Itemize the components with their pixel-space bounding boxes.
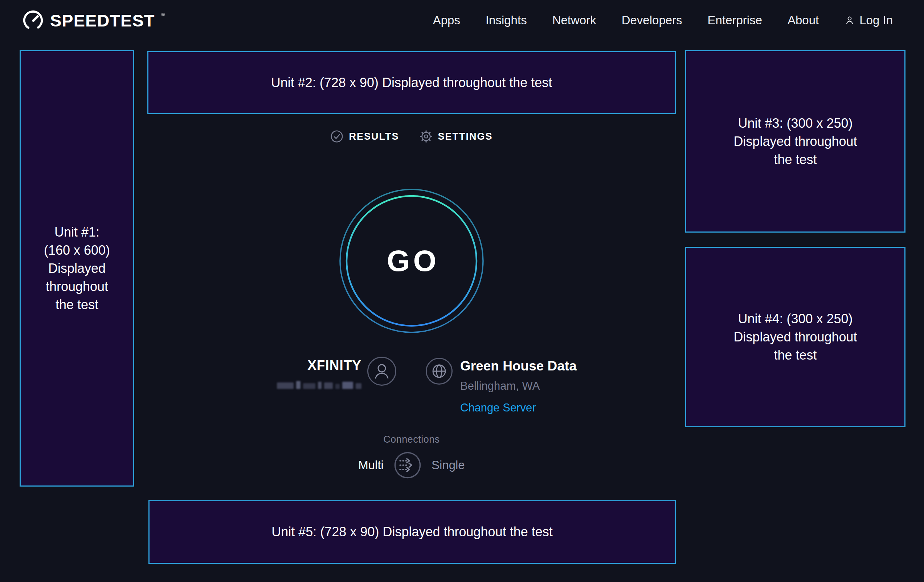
ad-unit-2-text: Unit #2: (728 x 90) Displayed throughout… [271,74,552,92]
redacted-ip-text [225,379,361,389]
ad-unit-3-text: Unit #3: (300 x 250) Displayed throughou… [724,114,867,169]
login-button[interactable]: Log In [844,13,893,27]
check-circle-icon [330,130,343,143]
ad-unit-3-rectangle: Unit #3: (300 x 250) Displayed throughou… [685,50,906,232]
ad-unit-5-text: Unit #5: (728 x 90) Displayed throughout… [271,523,553,541]
logo-wordmark: SPEEDTEST [50,10,155,30]
tab-results[interactable]: RESULTS [330,130,399,143]
top-nav-bar: SPEEDTEST ® Apps Insights Network Develo… [0,0,924,41]
main-nav: Apps Insights Network Developers Enterpr… [433,13,893,27]
gauge-icon [22,9,44,31]
tab-settings[interactable]: SETTINGS [419,130,493,143]
person-circle-icon [367,356,397,387]
nav-item-enterprise[interactable]: Enterprise [708,13,762,27]
nav-item-insights[interactable]: Insights [485,13,527,27]
ad-unit-2-leaderboard: Unit #2: (728 x 90) Displayed throughout… [147,51,676,114]
ad-unit-5-leaderboard: Unit #5: (728 x 90) Displayed throughout… [148,500,676,564]
nav-item-apps[interactable]: Apps [433,13,460,27]
ad-unit-4-rectangle: Unit #4: (300 x 250) Displayed throughou… [685,247,906,427]
isp-name: XFINITY [225,358,361,373]
person-icon [844,15,855,26]
connections-option-multi[interactable]: Multi [358,458,384,472]
connections-toggle-row: Multi Single [147,452,676,479]
gear-icon [419,130,432,143]
globe-icon [425,358,453,386]
nav-item-network[interactable]: Network [553,13,596,27]
server-location: Bellingham, WA [460,379,577,392]
logo-trademark: ® [161,12,165,17]
ad-unit-1-skyscraper: Unit #1: (160 x 600) Displayed throughou… [20,50,134,486]
connections-option-single[interactable]: Single [432,458,465,472]
nav-item-developers[interactable]: Developers [622,13,682,27]
results-settings-tabs: RESULTS [147,130,676,143]
login-label: Log In [860,13,893,27]
nav-item-about[interactable]: About [787,13,819,27]
change-server-link[interactable]: Change Server [460,401,577,414]
server-block: Green House Data Bellingham, WA Change S… [460,358,577,414]
speedtest-page: SPEEDTEST ® Apps Insights Network Develo… [0,0,924,582]
ad-unit-1-text: Unit #1: (160 x 600) Displayed throughou… [30,223,124,314]
tab-results-label: RESULTS [349,131,399,142]
multi-arrows-icon[interactable] [394,452,421,479]
ad-unit-4-text: Unit #4: (300 x 250) Displayed throughou… [724,310,867,364]
connections-label: Connections [147,434,676,445]
speedtest-logo[interactable]: SPEEDTEST ® [22,9,164,31]
go-button[interactable]: GO [338,188,485,334]
isp-block: XFINITY [225,358,361,389]
go-button-label: GO [338,188,485,334]
server-name: Green House Data [460,358,577,374]
tab-settings-label: SETTINGS [438,131,493,142]
